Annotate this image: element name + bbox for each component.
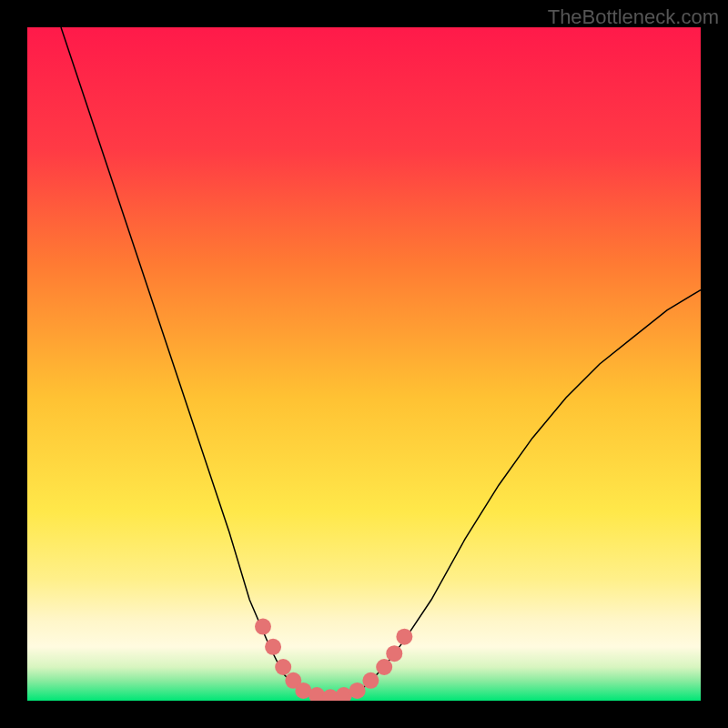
svg-point-8 [349, 682, 366, 699]
svg-point-10 [376, 659, 392, 675]
svg-point-11 [386, 645, 402, 662]
watermark-text: TheBottleneck.com [548, 5, 719, 29]
svg-point-2 [275, 659, 291, 675]
chart-svg [27, 27, 701, 701]
svg-point-0 [255, 619, 271, 635]
svg-point-9 [362, 672, 379, 689]
chart-plot-area [27, 27, 701, 701]
svg-point-1 [265, 639, 281, 655]
svg-point-12 [396, 629, 412, 645]
